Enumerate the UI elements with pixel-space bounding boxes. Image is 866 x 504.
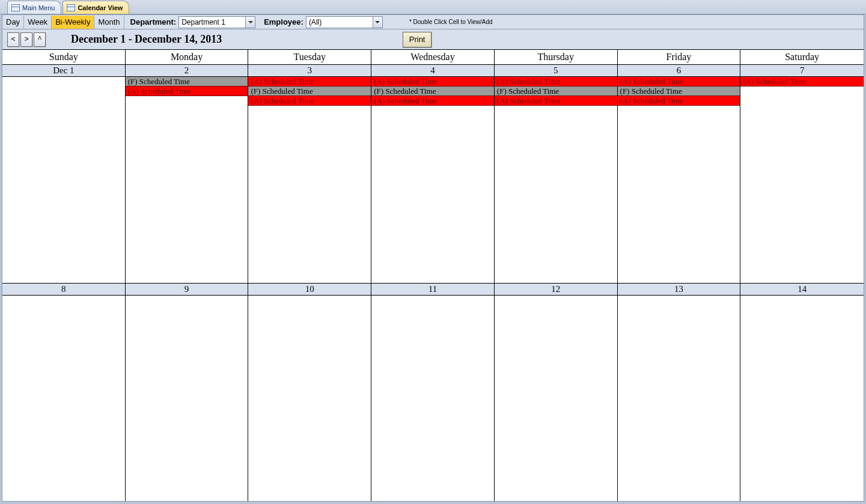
weekday-col: Monday bbox=[126, 50, 249, 64]
day-cell[interactable]: (F) Scheduled Time(A) Scheduled Time bbox=[126, 77, 249, 283]
day-cell[interactable] bbox=[371, 296, 495, 502]
view-label: Month bbox=[98, 17, 120, 26]
tab-main-menu[interactable]: Main Menu bbox=[7, 1, 61, 14]
caret-up-icon: ^ bbox=[37, 35, 41, 44]
department-input[interactable] bbox=[179, 17, 245, 28]
nav-next[interactable]: > bbox=[20, 32, 32, 47]
date-cell: 8 bbox=[2, 284, 126, 295]
event-item[interactable]: (A) Scheduled Time bbox=[371, 96, 494, 106]
event-item[interactable]: (F) Scheduled Time bbox=[495, 87, 617, 96]
date-cell: 6 bbox=[618, 65, 741, 76]
date-cell: 11 bbox=[371, 284, 495, 295]
day-cell[interactable]: (A) Scheduled Time(F) Scheduled Time(A) … bbox=[248, 77, 371, 283]
weekday-col: Wednesday bbox=[371, 50, 495, 64]
event-item[interactable]: (A) Scheduled Time bbox=[495, 77, 617, 87]
event-item[interactable]: (F) Scheduled Time bbox=[126, 77, 248, 87]
date-cell: 10 bbox=[248, 284, 371, 295]
date-row-w2: 8 9 10 11 12 13 14 bbox=[2, 284, 864, 296]
date-cell: 7 bbox=[740, 65, 864, 76]
tab-calendar-view[interactable]: Calendar View bbox=[63, 1, 129, 14]
calendar-frame: Day Week Bi-Weekly Month Department: Emp… bbox=[2, 14, 864, 502]
day-cell[interactable] bbox=[126, 296, 249, 502]
weekday-col: Tuesday bbox=[248, 50, 371, 64]
event-item[interactable]: (A) Scheduled Time bbox=[618, 96, 740, 106]
day-cell[interactable] bbox=[248, 296, 371, 502]
date-cell: 3 bbox=[248, 65, 371, 76]
view-week[interactable]: Week bbox=[24, 16, 52, 29]
event-item[interactable]: (F) Scheduled Time bbox=[618, 87, 740, 96]
form-icon bbox=[11, 4, 20, 11]
department-combo[interactable] bbox=[178, 16, 255, 28]
date-cell: 12 bbox=[495, 284, 618, 295]
view-label: Bi-Weekly bbox=[55, 17, 90, 26]
event-item[interactable]: (A) Scheduled Time bbox=[495, 96, 617, 106]
chevron-right-icon: > bbox=[24, 35, 28, 44]
view-label: Day bbox=[6, 17, 20, 26]
day-cell[interactable] bbox=[2, 296, 126, 502]
employee-combo[interactable] bbox=[306, 16, 383, 28]
week1-body: (F) Scheduled Time(A) Scheduled Time(A) … bbox=[2, 77, 864, 284]
event-item[interactable]: (A) Scheduled Time bbox=[618, 77, 740, 87]
event-item[interactable]: (A) Scheduled Time bbox=[248, 96, 371, 106]
day-cell[interactable]: (A) Scheduled Time(F) Scheduled Time(A) … bbox=[371, 77, 495, 283]
nav-prev[interactable]: < bbox=[7, 32, 19, 47]
nav-row: < > ^ December 1 - December 14, 2013 Pri… bbox=[2, 29, 864, 50]
day-cell[interactable] bbox=[2, 77, 126, 283]
weekday-col: Thursday bbox=[495, 50, 618, 64]
event-item[interactable]: (F) Scheduled Time bbox=[371, 87, 494, 96]
date-cell: 2 bbox=[126, 65, 249, 76]
week2-body bbox=[2, 296, 864, 502]
tab-bar: Main Menu Calendar View bbox=[0, 0, 866, 14]
day-cell[interactable]: (A) Scheduled Time(F) Scheduled Time(A) … bbox=[618, 77, 741, 283]
weekday-header: Sunday Monday Tuesday Wednesday Thursday… bbox=[2, 50, 864, 65]
weekday-col: Sunday bbox=[2, 50, 126, 64]
chevron-down-icon[interactable] bbox=[373, 17, 382, 28]
event-item[interactable]: (F) Scheduled Time bbox=[248, 87, 371, 96]
day-cell[interactable]: (A) Scheduled Time(F) Scheduled Time(A) … bbox=[495, 77, 618, 283]
event-item[interactable]: (A) Scheduled Time bbox=[248, 77, 371, 87]
date-cell: Dec 1 bbox=[2, 65, 126, 76]
date-row-w1: Dec 1 2 3 4 5 6 7 bbox=[2, 65, 864, 77]
event-item[interactable]: (A) Scheduled Time bbox=[126, 87, 248, 96]
day-cell[interactable] bbox=[495, 296, 618, 502]
view-month[interactable]: Month bbox=[94, 16, 124, 29]
date-cell: 4 bbox=[371, 65, 495, 76]
view-biweekly[interactable]: Bi-Weekly bbox=[52, 16, 94, 29]
button-label: Print bbox=[409, 35, 425, 44]
weekday-col: Saturday bbox=[740, 50, 864, 64]
date-cell: 5 bbox=[495, 65, 618, 76]
day-cell[interactable]: (A) Scheduled Time bbox=[740, 77, 864, 283]
tab-label: Main Menu bbox=[22, 4, 55, 11]
date-cell: 13 bbox=[618, 284, 741, 295]
chevron-left-icon: < bbox=[11, 35, 15, 44]
view-label: Week bbox=[28, 17, 47, 26]
day-cell[interactable] bbox=[618, 296, 741, 502]
view-toolbar: Day Week Bi-Weekly Month Department: Emp… bbox=[2, 15, 864, 29]
employee-label: Employee: bbox=[258, 17, 306, 26]
form-icon bbox=[67, 4, 75, 11]
print-button[interactable]: Print bbox=[403, 32, 432, 47]
date-cell: 9 bbox=[126, 284, 249, 295]
date-range-title: December 1 - December 14, 2013 bbox=[71, 33, 222, 46]
tab-label: Calendar View bbox=[78, 4, 123, 11]
weekday-col: Friday bbox=[618, 50, 741, 64]
event-item[interactable]: (A) Scheduled Time bbox=[740, 77, 864, 87]
event-item[interactable]: (A) Scheduled Time bbox=[371, 77, 494, 87]
day-cell[interactable] bbox=[740, 296, 864, 502]
employee-input[interactable] bbox=[306, 17, 373, 28]
date-cell: 14 bbox=[740, 284, 864, 295]
view-day[interactable]: Day bbox=[2, 16, 24, 29]
chevron-down-icon[interactable] bbox=[245, 17, 255, 28]
hint-text: * Double Click Cell to View/Add bbox=[409, 19, 493, 25]
nav-up[interactable]: ^ bbox=[34, 32, 46, 47]
department-label: Department: bbox=[124, 17, 179, 26]
